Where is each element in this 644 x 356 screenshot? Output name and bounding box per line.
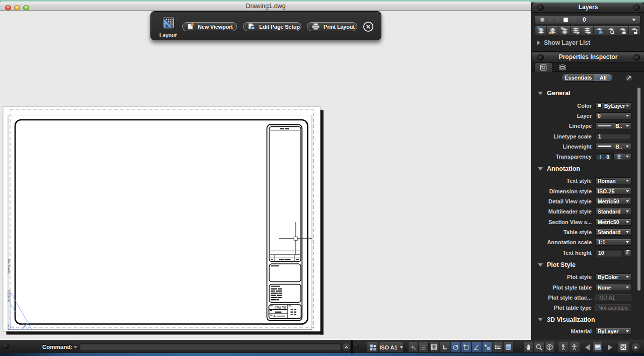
new-layer-button[interactable] [535,26,547,35]
side-text-file: Drawing1.dwg [8,259,10,274]
properties-palette-header[interactable]: Properties Inspector [532,52,644,62]
text-height-input[interactable]: 10 [595,249,622,256]
layer-dropdown[interactable]: 0 [595,112,631,119]
property-label: Section View s... [532,219,592,226]
command-input[interactable] [79,343,341,351]
layers-palette-header[interactable]: Layers [532,3,644,13]
maximize-viewport-button[interactable] [617,342,629,352]
eyedropper-icon [626,75,632,81]
fly-button[interactable] [569,342,580,352]
ortho-toggle[interactable] [440,342,450,352]
property-row-section-view-style: Section View s... Metric50 [532,219,644,226]
osnap-toggle[interactable] [461,342,471,352]
walk-button[interactable] [558,342,569,352]
match-properties-button[interactable] [625,75,633,82]
property-row-plot-style-table: Plot style table None [532,284,644,291]
change-to-current-layer-button[interactable] [582,26,594,35]
property-row-plot-style-attached: Plot style attac... ISO A1 [532,294,644,301]
section-general[interactable]: General [538,90,571,97]
linetype-scale-input[interactable]: 1 [595,133,631,140]
edit-page-setup-button[interactable]: Edit Page Setup [243,22,301,31]
screw-icon [633,5,640,11]
property-row-text-height: Text height 10 [532,249,644,256]
walk-person-icon [559,343,567,351]
detail-view-style-dropdown[interactable]: Metric50 [595,198,631,205]
dimension-style-dropdown[interactable]: ISO-25 [595,188,631,195]
multileader-style-dropdown[interactable]: Standard [595,208,631,215]
lineweight-dropdown[interactable]: B.. [595,143,631,150]
tab-object-properties[interactable] [534,62,552,72]
lock-layer-button[interactable] [617,26,629,35]
filter-essentials-button[interactable]: Essentials [562,75,595,81]
show-layer-list-toggle[interactable]: Show Layer List [537,38,590,47]
linetype-dropdown[interactable]: B.. [595,122,631,129]
maximize-viewport-icon [619,343,627,351]
property-value: Standard [598,229,621,235]
property-value: ByColor [598,274,618,280]
delete-layer-button[interactable] [547,26,558,35]
expand-command-button[interactable] [343,343,350,351]
transparency-spinner[interactable]: 0 [595,153,612,160]
freeze-layer-button[interactable] [594,26,605,35]
layer-off-button[interactable] [605,26,617,35]
close-toolbar-button[interactable] [363,21,374,32]
next-layout-button[interactable] [605,342,615,352]
transparency-toggle[interactable] [503,342,514,352]
property-label: Multileader style [532,208,592,215]
previous-layout-button[interactable] [582,342,592,352]
polar-toggle[interactable] [450,342,461,352]
layer-off-icon [607,27,615,35]
grid-display-toggle[interactable] [419,342,429,352]
snap-toggle[interactable] [408,342,418,352]
paper-size-dropdown[interactable]: ISO A1 [379,342,404,352]
otrack-toggle[interactable] [471,342,482,352]
tab-layers[interactable] [553,62,572,72]
bottom-bar-divider [351,340,353,353]
property-row-dimension-style: Dimension style ISO-25 [532,188,644,195]
collapse-triangle-icon [538,92,543,95]
current-layer-dropdown[interactable]: 0 [535,15,640,24]
orbit-button[interactable] [544,342,555,352]
chevron-down-icon [626,231,629,233]
plot-style-attached-field: ISO A1 [595,294,631,301]
layout-toolbar: Layout New Viewport Edit Page Setup [150,11,381,40]
drawing-canvas[interactable]: ##### As Noted Drawing1.dwg 04/10/2013 B… [0,11,532,340]
new-viewport-button[interactable]: New Viewport [182,22,237,31]
table-style-dropdown[interactable]: Standard [595,229,631,236]
property-value: Metric50 [598,219,619,225]
property-label: Plot style table [532,284,592,291]
grid-toggle[interactable] [429,342,439,352]
text-height-pick-button[interactable] [624,249,631,256]
window-titlebar[interactable]: Drawing1.dwg [0,2,531,11]
plot-style-dropdown[interactable]: ByColor [595,273,631,280]
print-layout-button[interactable]: Print Layout [307,22,357,31]
section-annotation[interactable]: Annotation [538,165,580,172]
section-plot-style[interactable]: Plot Style [538,261,576,268]
property-label: Transparency [532,153,592,160]
layer-previous-button[interactable] [558,26,570,35]
layout-tool[interactable]: Layout [159,17,177,38]
section-plot-style-title: Plot Style [547,261,576,268]
color-dropdown[interactable]: ByLayer [595,102,631,109]
plot-style-table-dropdown[interactable]: None [595,284,631,291]
section-view-style-dropdown[interactable]: Metric50 [595,219,631,226]
section-3d-visualization[interactable]: 3D Visualization [538,316,595,323]
filter-segmented-control: Essentials All [562,74,612,81]
material-dropdown[interactable]: ByLayer [595,328,631,335]
layout-mode-button[interactable] [592,342,603,352]
close-icon [363,21,374,32]
transparency-dropdown[interactable] [613,153,631,160]
layer-properties-button[interactable] [571,26,582,35]
dynamic-input-toggle[interactable] [482,342,493,352]
zoom-button[interactable] [534,342,544,352]
lineweight-toggle[interactable] [493,342,503,352]
command-history-caret[interactable] [73,346,77,348]
annotation-scale-dropdown[interactable]: 1:1 [595,239,631,246]
text-style-dropdown[interactable]: Roman [595,177,631,184]
status-bar-expand-button[interactable] [632,343,639,351]
filter-all-button[interactable]: All [595,75,612,81]
quick-view-button[interactable] [367,342,378,352]
unlock-layer-button[interactable] [629,26,640,35]
pan-button[interactable] [523,342,534,352]
property-label: Plot style attac... [532,294,592,301]
